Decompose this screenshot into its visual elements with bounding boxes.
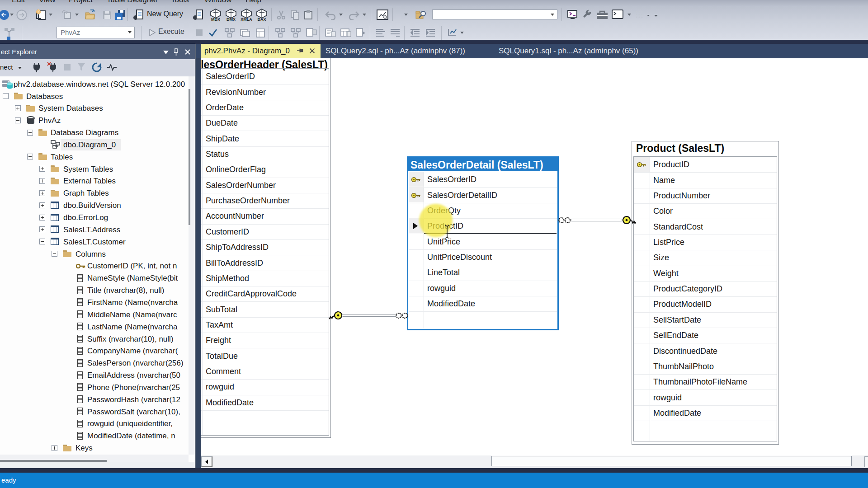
svg-text:DMX: DMX [226, 17, 236, 22]
svg-text:MDX: MDX [211, 17, 220, 22]
svg-text:XMLA: XMLA [241, 17, 252, 22]
svg-text:DAX: DAX [257, 17, 266, 22]
